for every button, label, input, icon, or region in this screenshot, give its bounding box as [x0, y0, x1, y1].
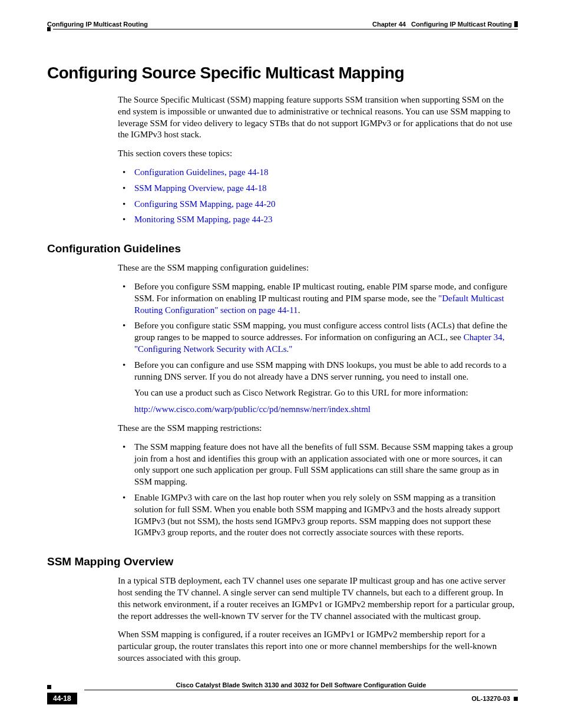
intro-paragraph-1: The Source Specific Multicast (SSM) mapp…	[118, 94, 518, 141]
doc-id-text: OL-13270-03	[472, 695, 510, 702]
restriction-item-2: Enable IGMPv3 with care on the last hop …	[118, 492, 518, 539]
cg-item-3-url[interactable]: http://www.cisco.com/warp/public/cc/pd/n…	[134, 404, 371, 414]
page-number-tab: 44-18	[47, 693, 77, 704]
cg-item-2: Before you configure static SSM mapping,…	[118, 320, 518, 355]
topic-link-item: Configuration Guidelines, page 44-18	[118, 167, 518, 179]
cg-item-3-p2: You can use a product such as Cisco Netw…	[134, 387, 518, 399]
topic-link[interactable]: Configuration Guidelines, page 44-18	[134, 167, 268, 177]
cg-item-3: Before you can configure and use SSM map…	[118, 360, 518, 416]
header-chapter: Chapter 44	[372, 21, 406, 28]
cg-intro: These are the SSM mapping configuration …	[118, 262, 518, 274]
doc-id: OL-13270-03	[472, 695, 518, 702]
restrictions-intro: These are the SSM mapping restrictions:	[118, 423, 518, 434]
topics-list: Configuration Guidelines, page 44-18 SSM…	[118, 167, 518, 226]
header-chapter-title: Configuring IP Multicast Routing	[411, 21, 512, 28]
cg-item-3-p1: Before you can configure and use SSM map…	[134, 360, 507, 381]
header-rule-icon	[514, 21, 518, 27]
cg-item-1-post: .	[298, 305, 300, 315]
main-heading: Configuring Source Specific Multicast Ma…	[47, 64, 518, 83]
header-left: Configuring IP Multicast Routing	[47, 21, 148, 28]
config-guidelines-heading: Configuration Guidelines	[47, 242, 518, 255]
topic-link[interactable]: SSM Mapping Overview, page 44-18	[134, 183, 266, 193]
footer-square-right-icon	[514, 697, 518, 701]
topic-link[interactable]: Monitoring SSM Mapping, page 44-23	[134, 215, 273, 224]
smo-paragraph-1: In a typical STB deployment, each TV cha…	[118, 575, 518, 622]
header-divider	[53, 29, 518, 31]
footer-square-icon	[47, 685, 51, 689]
header-rule-left-icon	[47, 27, 51, 31]
cg-item-2-text: Before you configure static SSM mapping,…	[134, 321, 507, 342]
ssm-overview-heading: SSM Mapping Overview	[47, 555, 518, 568]
page-footer: Cisco Catalyst Blade Switch 3130 and 303…	[47, 681, 518, 704]
topic-link-item: SSM Mapping Overview, page 44-18	[118, 183, 518, 195]
footer-book-title: Cisco Catalyst Blade Switch 3130 and 303…	[84, 681, 518, 690]
restriction-item-1: The SSM mapping feature does not have al…	[118, 442, 518, 488]
cg-item-1: Before you configure SSM mapping, enable…	[118, 281, 518, 316]
footer-row: 44-18 OL-13270-03	[47, 693, 518, 704]
header-right: Chapter 44 Configuring IP Multicast Rout…	[372, 21, 518, 28]
page-header: Configuring IP Multicast Routing Chapter…	[47, 21, 518, 28]
intro-paragraph-2: This section covers these topics:	[118, 148, 518, 160]
restrictions-list: The SSM mapping feature does not have al…	[118, 442, 518, 539]
topic-link[interactable]: Configuring SSM Mapping, page 44-20	[134, 199, 276, 209]
header-section-label: Configuring IP Multicast Routing	[47, 21, 148, 28]
topic-link-item: Configuring SSM Mapping, page 44-20	[118, 199, 518, 210]
topic-link-item: Monitoring SSM Mapping, page 44-23	[118, 214, 518, 226]
smo-paragraph-2: When SSM mapping is configured, if a rou…	[118, 629, 518, 664]
cg-list: Before you configure SSM mapping, enable…	[118, 281, 518, 416]
page-container: Configuring IP Multicast Routing Chapter…	[0, 0, 562, 728]
